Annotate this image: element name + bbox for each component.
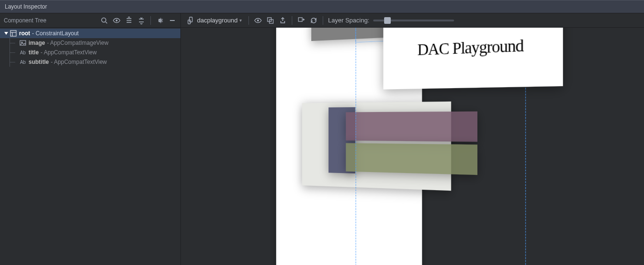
device-icon	[187, 16, 195, 25]
viewer-toolbar: dacplayground ▾ Layer Spacing:	[181, 13, 644, 28]
svg-point-0	[102, 18, 106, 22]
svg-line-1	[106, 22, 107, 23]
component-tree: root - ConstraintLayout image - AppCompa…	[0, 28, 180, 68]
tree-item-name: title	[29, 49, 39, 56]
overlay-icon[interactable]	[266, 16, 275, 25]
separator	[150, 16, 151, 25]
layout-viewer: dacplayground ▾ Layer Spacing:	[181, 13, 644, 265]
layout-icon	[10, 30, 17, 37]
layer-spacing-control	[373, 20, 454, 21]
process-selector[interactable]: dacplayground ▾	[185, 16, 244, 25]
separator	[323, 16, 323, 25]
svg-point-2	[116, 20, 118, 21]
image-icon	[19, 39, 27, 47]
component-tree-title: Component Tree	[4, 17, 97, 24]
tree-toolbar	[100, 16, 177, 25]
eye-icon[interactable]	[254, 16, 262, 25]
component-tree-header: Component Tree	[0, 13, 180, 28]
export-icon[interactable]	[278, 16, 287, 25]
minimize-icon[interactable]	[168, 16, 177, 25]
component-tree-panel: Component Tree	[0, 13, 181, 265]
main: Component Tree	[0, 13, 644, 265]
separator	[292, 16, 292, 25]
tree-item-type: - AppCompatTextView	[51, 59, 107, 65]
tree-item-subtitle[interactable]: Ab subtitle - AppCompatTextView	[0, 57, 180, 67]
tree-item-type: - AppCompatTextView	[40, 49, 97, 56]
tree-item-name: subtitle	[29, 59, 49, 65]
svg-rect-10	[10, 31, 16, 36]
layer-spacing-slider[interactable]	[373, 20, 454, 21]
window-titlebar: Layout Inspector	[0, 0, 644, 13]
chevron-down-icon: ▾	[239, 18, 242, 23]
tree-item-name: image	[29, 40, 45, 46]
window-title: Layout Inspector	[5, 3, 47, 10]
tree-item-image[interactable]: image - AppCompatImageView	[0, 38, 180, 48]
tree-item-root[interactable]: root - ConstraintLayout	[0, 29, 180, 38]
refresh-icon[interactable]	[309, 16, 318, 25]
search-icon[interactable]	[100, 16, 109, 25]
svg-marker-9	[4, 32, 8, 35]
tree-item-type: - ConstraintLayout	[32, 30, 79, 37]
layer-title[interactable]: DAC Playground	[383, 28, 563, 90]
tree-item-title[interactable]: Ab title - AppCompatTextView	[0, 48, 180, 57]
separator	[248, 16, 249, 25]
tree-item-name: root	[19, 30, 30, 37]
preview-title-text: DAC Playground	[417, 35, 523, 59]
gear-icon[interactable]	[156, 16, 164, 25]
text-icon: Ab	[19, 58, 27, 66]
eye-icon[interactable]	[112, 16, 121, 25]
layout-3d-canvas[interactable]: DAC Playground	[181, 28, 644, 265]
text-icon: Ab	[19, 49, 27, 56]
live-updates-icon[interactable]	[297, 16, 306, 25]
collapse-all-icon[interactable]	[137, 16, 146, 25]
svg-point-17	[258, 20, 259, 21]
svg-rect-21	[298, 18, 302, 21]
chevron-down-icon[interactable]	[4, 31, 9, 35]
expand-all-icon[interactable]	[125, 16, 133, 25]
svg-rect-15	[189, 17, 192, 22]
process-name: dacplayground	[197, 17, 238, 24]
tree-item-type: - AppCompatImageView	[47, 40, 109, 46]
layer-spacing-label: Layer Spacing:	[328, 17, 369, 24]
